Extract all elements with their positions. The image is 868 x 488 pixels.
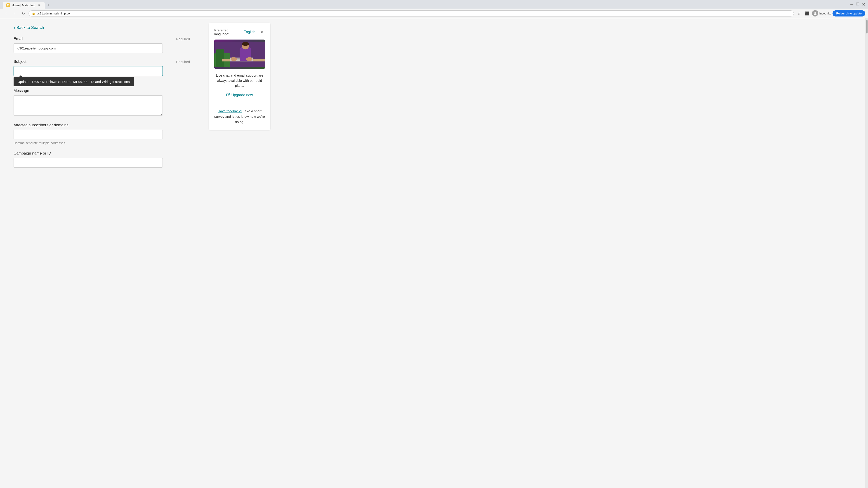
browser-tabs: M Home | Mailchimp × +	[3, 2, 52, 8]
email-required-badge: Required	[176, 37, 190, 41]
campaign-label-row: Campaign name or ID	[13, 151, 190, 156]
campaign-input[interactable]	[13, 158, 163, 168]
svg-point-16	[246, 57, 252, 61]
bookmark-button[interactable]: ☆	[796, 10, 802, 17]
feedback-link[interactable]: Have feedback?	[218, 109, 242, 113]
scrollbar-thumb[interactable]	[866, 20, 868, 33]
svg-point-17	[242, 42, 249, 46]
message-textarea[interactable]	[13, 95, 163, 116]
incognito-area[interactable]: Incognito	[812, 10, 831, 17]
email-input[interactable]	[13, 43, 163, 53]
affected-input[interactable]	[13, 130, 163, 139]
affected-label-row: Affected subscribers or domains	[13, 123, 190, 127]
tab-favicon: M	[6, 3, 10, 7]
new-tab-button[interactable]: +	[45, 2, 52, 8]
page-content: ‹ Back to Search Email Required Subject …	[0, 18, 868, 488]
autocomplete-suggestion: Update - 13997 Northlawn St Detroit MI 4…	[18, 80, 130, 84]
message-label-row: Message	[13, 89, 190, 93]
subject-label: Subject	[13, 59, 26, 64]
subject-input[interactable]	[13, 66, 163, 76]
scrollbar-track[interactable]	[865, 18, 868, 488]
preferred-lang-value: English	[243, 30, 255, 34]
preferred-lang-label: Preferred language:	[214, 28, 243, 36]
sidebar-header: Preferred language: English ⌄ ×	[214, 28, 265, 36]
sidebar-support-image	[214, 39, 265, 69]
lock-icon: 🔒	[32, 12, 35, 15]
tab-close-button[interactable]: ×	[37, 3, 41, 7]
refresh-button[interactable]: ↻	[20, 10, 27, 17]
upgrade-link[interactable]: Upgrade now	[214, 93, 265, 97]
external-link-icon	[226, 93, 230, 97]
back-to-search-link[interactable]: ‹ Back to Search	[13, 25, 190, 30]
address-bar[interactable]: 🔒 us21.admin.mailchimp.com	[29, 10, 794, 17]
subject-label-row: Subject Required	[13, 59, 190, 64]
subject-form-group: Subject Required Update - 13997 Northlaw…	[13, 59, 190, 76]
browser-chrome: M Home | Mailchimp × + ─ ❐ ✕ ‹ › ↻ 🔒 us2…	[0, 0, 868, 18]
sidebar-support-text: Live chat and email support are always a…	[214, 73, 265, 88]
preferred-lang-link[interactable]: English ⌄	[243, 30, 258, 34]
feedback-text: Have feedback? Take a short survey and l…	[214, 108, 265, 125]
affected-hint: Comma separate multiple addresses.	[13, 141, 190, 145]
close-window-button[interactable]: ✕	[862, 2, 865, 7]
minimize-button[interactable]: ─	[850, 2, 853, 7]
tab-title: Home | Mailchimp	[12, 4, 35, 7]
lang-dropdown-icon: ⌄	[256, 31, 259, 34]
extensions-button[interactable]: ⬛	[804, 10, 811, 17]
message-label: Message	[13, 89, 29, 93]
main-form-area: ‹ Back to Search Email Required Subject …	[0, 18, 204, 488]
incognito-avatar	[812, 10, 818, 17]
campaign-form-group: Campaign name or ID	[13, 151, 190, 168]
sidebar-divider	[214, 103, 265, 103]
incognito-label: Incognito	[819, 12, 831, 15]
url-display: us21.admin.mailchimp.com	[37, 12, 790, 15]
affected-label: Affected subscribers or domains	[13, 123, 68, 127]
browser-toolbar: ‹ › ↻ 🔒 us21.admin.mailchimp.com ☆ ⬛ Inc…	[0, 8, 868, 18]
back-chevron-icon: ‹	[13, 25, 15, 30]
back-link-text: Back to Search	[17, 25, 44, 30]
svg-point-15	[230, 57, 237, 61]
back-nav-button[interactable]: ‹	[3, 10, 9, 17]
message-form-group: Message	[13, 89, 190, 117]
email-form-group: Email Required	[13, 37, 190, 53]
sidebar: Preferred language: English ⌄ ×	[204, 18, 276, 488]
email-label-row: Email Required	[13, 37, 190, 41]
subject-required-badge: Required	[176, 60, 190, 64]
forward-nav-button[interactable]: ›	[11, 10, 18, 17]
email-label: Email	[13, 37, 23, 41]
restore-button[interactable]: ❐	[856, 2, 859, 7]
upgrade-label: Upgrade now	[231, 93, 253, 97]
affected-form-group: Affected subscribers or domains Comma se…	[13, 123, 190, 145]
svg-rect-3	[216, 49, 224, 67]
active-tab[interactable]: M Home | Mailchimp ×	[3, 2, 45, 8]
toolbar-right: ☆ ⬛ Incognito Relaunch to update	[796, 10, 865, 17]
sidebar-panel: Preferred language: English ⌄ ×	[209, 23, 270, 130]
browser-titlebar: M Home | Mailchimp × + ─ ❐ ✕	[0, 0, 868, 8]
relaunch-button[interactable]: Relaunch to update	[833, 10, 865, 17]
campaign-label: Campaign name or ID	[13, 151, 51, 156]
sidebar-close-button[interactable]: ×	[259, 29, 265, 35]
autocomplete-dropdown[interactable]: Update - 13997 Northlawn St Detroit MI 4…	[13, 77, 134, 86]
